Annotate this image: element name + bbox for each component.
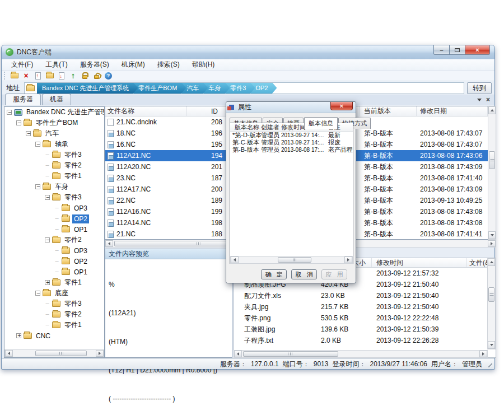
- scroll-right-icon[interactable]: [488, 240, 496, 247]
- send-up-icon[interactable]: ↑: [68, 72, 78, 80]
- tree-node[interactable]: CNC: [4, 330, 104, 341]
- expand-icon[interactable]: [16, 333, 21, 338]
- tree-node[interactable]: 汽车: [4, 128, 104, 139]
- help-icon[interactable]: ?: [104, 72, 113, 80]
- tree-node[interactable]: OP3: [4, 203, 104, 213]
- scroll-left-icon[interactable]: [105, 240, 113, 247]
- title-bar[interactable]: DNC客户端 – ×: [2, 45, 494, 59]
- panel-menu-icon[interactable]: [477, 99, 482, 101]
- menu-search[interactable]: 搜索(S): [151, 59, 186, 71]
- column-id[interactable]: ID: [187, 106, 232, 116]
- close-button[interactable]: ×: [465, 45, 490, 55]
- tree-node[interactable]: OP3: [4, 245, 104, 256]
- column-version[interactable]: 当前版本: [360, 106, 417, 116]
- tab-version-info[interactable]: 版本信息: [304, 117, 338, 129]
- receive-folder-icon[interactable]: [45, 72, 54, 80]
- scroll-thumb[interactable]: [278, 257, 311, 263]
- unlock-icon[interactable]: [92, 72, 101, 80]
- tab-server[interactable]: 服务器: [5, 94, 41, 106]
- minimize-button[interactable]: –: [433, 45, 450, 55]
- dialog-horizontal-scrollbar[interactable]: [230, 256, 353, 264]
- tree-node[interactable]: 轴承: [4, 139, 104, 150]
- breadcrumb[interactable]: Bandex DNC 先进生产管理系统 零件生产BOM 汽车 车身 零件3 OP…: [24, 82, 464, 94]
- cancel-button[interactable]: 取 消: [291, 269, 317, 279]
- collapse-icon[interactable]: [26, 131, 31, 136]
- tree-node[interactable]: 零件1: [4, 320, 104, 330]
- column-name[interactable]: 文件名称: [105, 106, 187, 116]
- go-button[interactable]: 转到: [467, 82, 492, 94]
- collapse-icon[interactable]: [45, 237, 50, 242]
- upload-file-icon[interactable]: ↑: [33, 72, 43, 80]
- new-folder-icon[interactable]: [10, 72, 19, 80]
- tree-node[interactable]: 零件生产BOM: [4, 118, 104, 128]
- tree-node[interactable]: 零件2: [4, 309, 104, 320]
- scroll-right-icon[interactable]: [344, 256, 352, 263]
- tree-horizontal-scrollbar[interactable]: [4, 349, 104, 357]
- crumb-bom[interactable]: 零件生产BOM: [133, 82, 186, 94]
- attachment-row[interactable]: 零件.png530.5 KB2013-09-12 22:22:48: [234, 312, 496, 324]
- tree-node[interactable]: 底座: [4, 288, 104, 298]
- tree-node[interactable]: OP1: [4, 224, 104, 235]
- attachment-row[interactable]: 子程序.txt2.0 KB2013-09-12 22:26:28: [234, 335, 496, 346]
- ok-button[interactable]: 确 定: [261, 269, 287, 279]
- panel-close-icon[interactable]: ×: [486, 96, 490, 103]
- tree-node[interactable]: 零件3: [4, 298, 104, 309]
- collapse-icon[interactable]: [16, 120, 21, 125]
- attachment-row[interactable]: 配刀文件.xls23.0 KB2013-09-12 21:50:40: [234, 290, 496, 301]
- scroll-left-icon[interactable]: [234, 351, 242, 357]
- maximize-button[interactable]: [450, 45, 465, 55]
- tree-node[interactable]: 零件2: [4, 160, 104, 171]
- scroll-down-icon[interactable]: [488, 231, 496, 239]
- scroll-thumb[interactable]: [243, 351, 338, 357]
- scroll-down-icon[interactable]: [488, 341, 495, 349]
- resize-grip[interactable]: [487, 362, 492, 367]
- lock-icon[interactable]: [80, 72, 90, 80]
- attachment-row[interactable]: 夹具.jpg215.7 KB2013-09-12 21:50:40: [234, 301, 496, 312]
- column-version-name[interactable]: 版本名称: [230, 123, 261, 132]
- scroll-thumb[interactable]: [488, 287, 494, 302]
- menu-tools[interactable]: 工具(T): [39, 59, 73, 71]
- menu-help[interactable]: 帮助(H): [186, 59, 221, 71]
- download-file-icon[interactable]: ↓: [57, 72, 66, 80]
- menu-machine[interactable]: 机床(M): [115, 59, 151, 71]
- collapse-icon[interactable]: [7, 110, 12, 115]
- tree-node[interactable]: OP1: [4, 267, 104, 277]
- attachment-row[interactable]: 工装图.jpg139.6 KB2013-09-12 21:50:39: [234, 324, 496, 335]
- dialog-title-bar[interactable]: 属性 ✕: [226, 102, 356, 113]
- scroll-right-icon[interactable]: [479, 351, 487, 357]
- tree-node-selected[interactable]: OP2: [4, 213, 104, 224]
- attachments-horizontal-scrollbar[interactable]: [234, 350, 488, 358]
- tree-node[interactable]: 零件2: [4, 235, 104, 245]
- expand-icon[interactable]: [45, 280, 50, 285]
- scroll-up-icon[interactable]: [488, 258, 495, 266]
- tab-machine[interactable]: 机器: [42, 94, 71, 105]
- collapse-icon[interactable]: [35, 184, 40, 189]
- scroll-up-icon[interactable]: [488, 106, 496, 114]
- crumb-root[interactable]: Bandex DNC 先进生产管理系统: [37, 82, 138, 94]
- scroll-thumb[interactable]: [489, 151, 495, 169]
- tree-node[interactable]: 零件1: [4, 277, 104, 288]
- dialog-close-button[interactable]: ✕: [330, 102, 353, 110]
- attachments-vertical-scrollbar[interactable]: [487, 258, 496, 349]
- tree-node[interactable]: 零件1: [4, 171, 104, 181]
- menu-server[interactable]: 服务器(S): [74, 59, 115, 71]
- file-list-vertical-scrollbar[interactable]: [488, 106, 496, 240]
- scroll-left-icon[interactable]: [231, 256, 239, 263]
- scroll-thumb[interactable]: [35, 351, 87, 356]
- menu-file[interactable]: 文件(F): [5, 59, 39, 71]
- column-mtime[interactable]: 修改时间: [372, 258, 467, 267]
- tree-node[interactable]: 零件3: [4, 150, 104, 160]
- tree-node[interactable]: OP2: [4, 256, 104, 267]
- tree-node[interactable]: 零件3: [4, 192, 104, 203]
- delete-icon[interactable]: ×: [21, 72, 31, 80]
- scroll-right-icon[interactable]: [96, 350, 104, 357]
- collapse-icon[interactable]: [35, 142, 40, 147]
- scroll-left-icon[interactable]: [5, 350, 13, 357]
- collapse-icon[interactable]: [35, 291, 40, 296]
- column-creator[interactable]: 创建者: [261, 123, 281, 132]
- collapse-icon[interactable]: [45, 195, 50, 200]
- version-row[interactable]: 第-B-版本 管理员 2013-08-08 17:... 老产品程序: [230, 146, 353, 153]
- tree-node[interactable]: 车身: [4, 181, 104, 192]
- column-date[interactable]: 修改日期: [417, 106, 488, 116]
- tree-node-root[interactable]: Bandex DNC 先进生产管理系统: [4, 107, 104, 118]
